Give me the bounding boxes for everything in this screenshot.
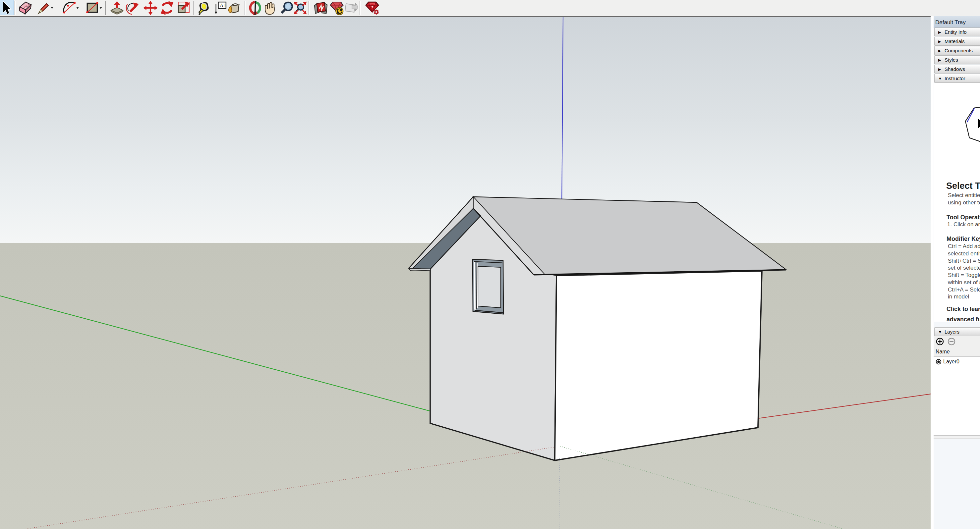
svg-text:A1: A1: [220, 2, 226, 9]
